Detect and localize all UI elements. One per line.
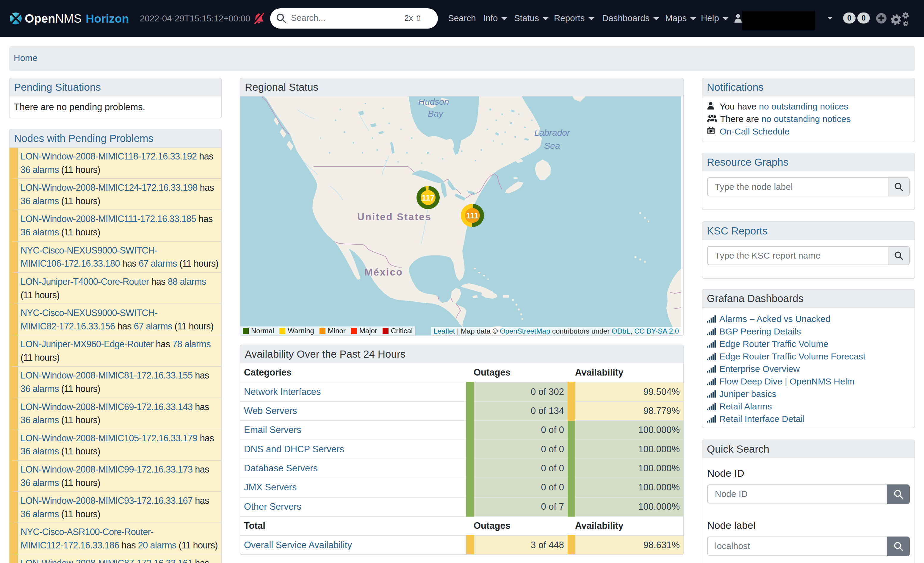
svg-text:United States: United States [357, 211, 432, 222]
svg-text:Sea: Sea [544, 141, 560, 150]
svg-text:México: México [364, 267, 403, 278]
svg-text:Hudson: Hudson [418, 97, 449, 107]
svg-text:111: 111 [466, 211, 478, 220]
svg-text:Labrador: Labrador [534, 128, 570, 138]
svg-text:117: 117 [422, 194, 435, 202]
svg-text:Bay: Bay [428, 109, 444, 119]
